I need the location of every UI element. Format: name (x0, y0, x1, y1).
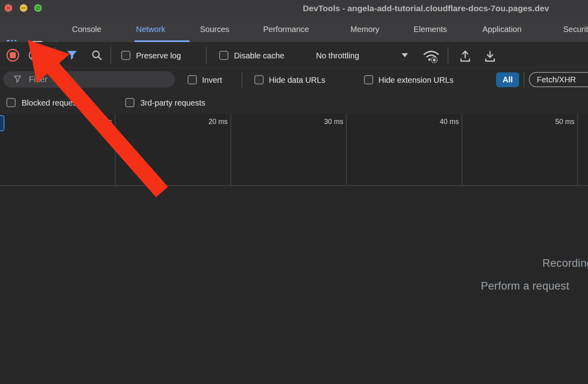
filter-toggle-icon[interactable] (67, 50, 77, 60)
export-har-icon[interactable] (483, 49, 497, 62)
filter-chip-all[interactable]: All (496, 72, 519, 87)
network-filter-bar-row2 (0, 91, 588, 114)
timeline-tick-label: 30 ms (311, 118, 343, 126)
clear-network-log-button[interactable] (29, 50, 39, 60)
third-party-requests-label[interactable]: 3rd-party requests (140, 98, 205, 108)
filter-chip-fetch-xhr[interactable]: Fetch/XHR (529, 72, 588, 87)
disable-cache-label[interactable]: Disable cache (234, 51, 284, 60)
tab-security[interactable]: Security (563, 17, 588, 42)
blocked-requests-checkbox[interactable] (6, 98, 16, 107)
preserve-log-checkbox[interactable] (121, 51, 130, 60)
throttling-select[interactable]: No throttling (316, 51, 359, 60)
toolbar-divider (206, 47, 207, 64)
toolbar-divider (448, 47, 448, 64)
import-har-icon[interactable] (458, 49, 472, 62)
chevron-down-icon[interactable] (402, 53, 408, 57)
devtools-window: { "window": { "title": "DevTools - angel… (0, 0, 588, 384)
zoom-button[interactable] (34, 4, 42, 12)
timeline-gridline (577, 114, 578, 186)
toolbar-divider (110, 47, 111, 64)
filter-placeholder: Filter (29, 74, 48, 84)
timeline-tick-label: 50 ms (542, 118, 574, 126)
timeline-tick-label: 10 ms (80, 118, 112, 126)
window-title-bar: DevTools - angela-add-tutorial.cloudflar… (0, 0, 588, 17)
hide-data-urls-checkbox[interactable] (254, 75, 264, 84)
toolbar-divider (242, 72, 242, 87)
network-conditions-icon[interactable] (422, 48, 440, 63)
third-party-requests-checkbox[interactable] (125, 98, 134, 107)
filter-input[interactable]: Filter (3, 71, 175, 88)
network-toolbar (0, 42, 588, 68)
network-overview-timeline[interactable]: 10 ms 20 ms 30 ms 40 ms 50 ms (0, 114, 588, 186)
invert-checkbox[interactable] (188, 75, 197, 84)
window-title: DevTools - angela-add-tutorial.cloudflar… (303, 4, 549, 13)
clear-icon (31, 52, 37, 58)
tab-console[interactable]: Console (72, 17, 101, 42)
inspect-element-icon[interactable] (6, 39, 22, 42)
blocked-requests-label[interactable]: Blocked requests (22, 98, 83, 108)
timeline-selection-handle[interactable] (0, 115, 4, 131)
invert-label[interactable]: Invert (202, 75, 222, 85)
disable-cache-checkbox[interactable] (219, 51, 228, 60)
tab-performance[interactable]: Performance (263, 17, 309, 42)
close-button[interactable] (5, 4, 12, 12)
hide-extension-urls-checkbox[interactable] (364, 75, 373, 84)
tab-elements[interactable]: Elements (414, 17, 447, 42)
timeline-tick-label: 20 ms (196, 118, 228, 126)
timeline-gridline (346, 114, 347, 186)
toolbar-divider (524, 72, 524, 87)
minimize-button[interactable] (20, 4, 28, 12)
toolbar-divider (55, 47, 56, 64)
tab-sources[interactable]: Sources (200, 17, 229, 42)
toggle-device-toolbar-icon[interactable] (31, 39, 47, 42)
filter-funnel-icon (14, 75, 22, 83)
traffic-light-buttons (4, 4, 44, 12)
record-network-log-button[interactable] (6, 49, 19, 62)
timeline-gridline (462, 114, 462, 186)
record-icon (10, 52, 16, 58)
timeline-gridline (230, 114, 231, 186)
search-icon[interactable] (91, 50, 102, 61)
hide-data-urls-label[interactable]: Hide data URLs (269, 75, 325, 85)
tab-memory[interactable]: Memory (350, 17, 379, 42)
timeline-tick-label: 40 ms (427, 118, 459, 126)
tab-application[interactable]: Application (482, 17, 522, 42)
tab-network[interactable]: Network (136, 17, 165, 42)
empty-state-recording-text: Recording network activity… (542, 257, 588, 270)
preserve-log-label[interactable]: Preserve log (136, 51, 181, 60)
devtools-tab-bar: Console Network Sources Performance Memo… (0, 17, 588, 42)
empty-state-instruction-text: Perform a request (481, 280, 569, 292)
hide-extension-urls-label[interactable]: Hide extension URLs (378, 75, 454, 85)
timeline-gridline (115, 114, 116, 186)
